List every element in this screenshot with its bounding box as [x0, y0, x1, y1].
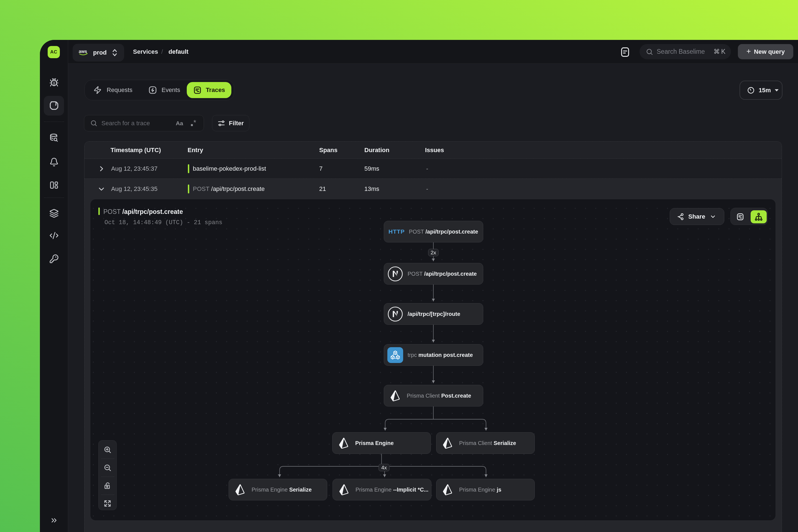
svg-text:aws: aws	[79, 49, 87, 54]
svg-text:*: *	[193, 119, 196, 127]
